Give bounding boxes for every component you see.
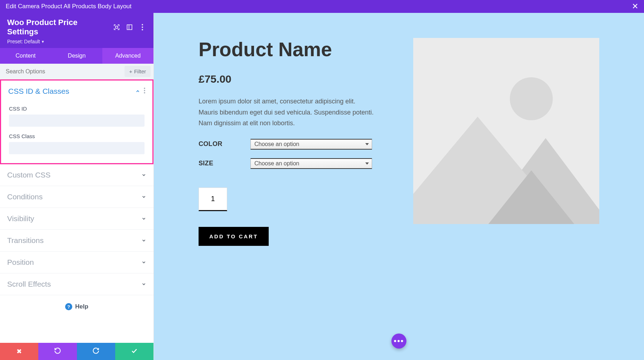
svg-point-6 (144, 88, 145, 89)
product-price: £75.00 (199, 73, 392, 85)
color-select[interactable]: Choose an option (250, 139, 372, 150)
preset-value: Default (24, 39, 40, 44)
highlight-annotation: CSS ID & Classes CSS ID CSS Class (0, 79, 153, 164)
redo-button[interactable] (77, 343, 115, 360)
svg-point-7 (144, 90, 145, 91)
help-label: Help (75, 303, 88, 310)
chevron-down-icon (141, 260, 146, 265)
preset-label: Preset: (7, 39, 23, 44)
page-title: Edit Camera Product All Products Body La… (6, 3, 132, 10)
kebab-menu-icon[interactable] (138, 23, 146, 31)
chevron-down-icon (141, 238, 146, 243)
chevron-down-icon (141, 216, 146, 221)
size-select[interactable]: Choose an option (250, 158, 372, 169)
section-scroll-effects[interactable]: Scroll Effects (0, 273, 153, 295)
preset-selector[interactable]: Preset: Default ▼ (7, 39, 146, 44)
section-custom-css[interactable]: Custom CSS (0, 164, 153, 186)
filter-button[interactable]: + Filter (125, 66, 151, 77)
undo-button[interactable] (38, 343, 77, 360)
tab-content[interactable]: Content (0, 48, 51, 64)
section-css-id-classes[interactable]: CSS ID & Classes (1, 81, 152, 102)
svg-point-3 (142, 24, 143, 25)
css-id-label: CSS ID (9, 106, 145, 112)
section-title: Scroll Effects (7, 280, 141, 288)
redo-icon (92, 347, 99, 356)
caret-down-icon: ▼ (41, 40, 45, 44)
focus-icon[interactable] (113, 23, 121, 31)
panel-icon[interactable] (126, 23, 133, 31)
css-id-input[interactable] (9, 115, 145, 127)
section-visibility[interactable]: Visibility (0, 208, 153, 229)
preview-canvas: Product Name £75.00 Lorem ipsum dolor si… (154, 13, 644, 360)
chevron-up-icon (135, 89, 140, 94)
close-icon[interactable]: ✕ (632, 2, 638, 11)
module-title: Woo Product Price Settings (7, 18, 108, 37)
undo-icon (54, 347, 61, 356)
color-select-value: Choose an option (254, 141, 299, 147)
add-to-cart-button[interactable]: ADD TO CART (199, 227, 269, 246)
section-title: CSS ID & Classes (8, 87, 135, 96)
search-input[interactable] (0, 64, 122, 79)
section-title: Transitions (7, 236, 141, 245)
ellipsis-icon: ••• (394, 336, 404, 346)
section-title: Position (7, 258, 141, 267)
filter-label: Filter (134, 68, 146, 74)
section-conditions[interactable]: Conditions (0, 186, 153, 208)
help-link[interactable]: ? Help (0, 295, 153, 318)
section-transitions[interactable]: Transitions (0, 230, 153, 251)
help-icon: ? (65, 303, 72, 310)
section-position[interactable]: Position (0, 252, 153, 273)
kebab-menu-icon[interactable] (144, 88, 145, 95)
css-class-label: CSS Class (9, 133, 145, 139)
builder-fab[interactable]: ••• (391, 334, 406, 349)
chevron-down-icon (141, 194, 146, 199)
section-title: Conditions (7, 193, 141, 201)
css-class-input[interactable] (9, 142, 145, 154)
tab-advanced[interactable]: Advanced (102, 48, 153, 64)
section-title: Visibility (7, 214, 141, 223)
size-label: SIZE (199, 160, 250, 167)
chevron-down-icon (141, 282, 146, 287)
close-icon: ✖ (16, 347, 22, 355)
chevron-down-icon (141, 172, 146, 177)
color-label: COLOR (199, 140, 250, 148)
cancel-button[interactable]: ✖ (0, 343, 38, 360)
tab-design[interactable]: Design (51, 48, 102, 64)
quantity-input[interactable]: 1 (199, 188, 227, 211)
section-title: Custom CSS (7, 171, 141, 179)
size-select-value: Choose an option (254, 160, 299, 167)
svg-rect-0 (116, 26, 118, 28)
plus-icon: + (129, 68, 132, 74)
product-description: Lorem ipsum dolor sit amet, consectetur … (199, 96, 374, 129)
svg-point-5 (142, 29, 143, 30)
svg-point-4 (142, 26, 143, 28)
svg-point-8 (144, 92, 145, 93)
caret-down-icon (365, 143, 369, 145)
product-image-placeholder (413, 38, 599, 224)
save-button[interactable] (115, 343, 153, 360)
check-icon (131, 347, 138, 356)
product-title: Product Name (199, 38, 392, 61)
svg-rect-1 (127, 25, 132, 30)
caret-down-icon (365, 162, 369, 165)
settings-sidebar: Woo Product Price Settings Preset: Defau… (0, 13, 154, 360)
